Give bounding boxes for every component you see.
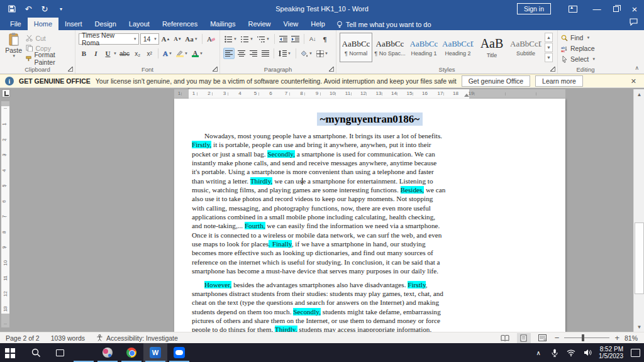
multilevel-list-button[interactable]: ▼ — [256, 33, 271, 45]
align-center-button[interactable] — [236, 48, 247, 59]
zoom-level[interactable]: 81% — [625, 334, 638, 342]
taskbar-word-button[interactable]: W — [143, 343, 167, 362]
style-title[interactable]: AaBTitle — [475, 33, 508, 62]
bold-button[interactable]: B — [79, 48, 89, 59]
tab-references[interactable]: References — [156, 18, 204, 30]
indent-marker-left[interactable] — [186, 89, 192, 99]
styles-up-icon[interactable]: ▲ — [545, 33, 553, 42]
paste-button[interactable]: Paste▼ — [3, 33, 24, 63]
tab-design[interactable]: Design — [89, 18, 123, 30]
tab-insert[interactable]: Insert — [58, 18, 89, 30]
line-spacing-button[interactable]: ▼ — [277, 48, 292, 59]
save-icon[interactable] — [5, 3, 19, 15]
increase-indent-button[interactable] — [290, 33, 301, 45]
shading-button[interactable]: ▼ — [299, 48, 314, 59]
tab-review[interactable]: Review — [242, 18, 277, 30]
text-effects-button[interactable]: A▼ — [162, 48, 174, 59]
zoom-out-icon[interactable]: − — [555, 335, 560, 341]
sort-button[interactable]: A↓ — [308, 33, 318, 45]
clear-formatting-button[interactable]: A — [206, 33, 216, 45]
justify-button[interactable] — [260, 48, 270, 59]
taskbar-ultraviewer-button[interactable] — [96, 343, 119, 362]
style-subtitle[interactable]: AaBbCcDSubtitle — [509, 33, 542, 62]
document-page[interactable]: ~mynguyentran0186~ Nowadays, most young … — [174, 99, 565, 332]
zoom-slider[interactable] — [564, 337, 609, 338]
minimize-button[interactable]: — — [587, 0, 606, 18]
action-center-icon[interactable] — [631, 349, 640, 357]
tab-file[interactable]: File — [4, 18, 28, 30]
vertical-scrollbar[interactable]: ▲ ▼ — [633, 89, 644, 332]
wifi-icon[interactable] — [566, 349, 576, 356]
undo-icon[interactable]: ↶ — [21, 3, 35, 15]
taskbar-file-explorer-button[interactable] — [72, 343, 96, 362]
replace-button[interactable]: abac Replace — [561, 43, 610, 53]
close-button[interactable]: × — [625, 0, 644, 18]
word-count[interactable]: 1039 words — [45, 334, 91, 342]
select-button[interactable]: Select▼ — [561, 54, 610, 64]
zoom-slider-thumb[interactable] — [582, 334, 584, 341]
restore-button[interactable] — [606, 0, 625, 18]
comments-icon[interactable] — [630, 17, 638, 30]
taskbar-chrome-button[interactable] — [119, 343, 143, 362]
tab-help[interactable]: Help — [304, 18, 331, 30]
horizontal-ruler[interactable]: 1 12345678910111213141516171819 — [174, 89, 565, 99]
accessibility-status[interactable]: Accessibility: Investigate — [91, 334, 184, 342]
show-formatting-button[interactable]: ¶ — [319, 33, 330, 45]
clipboard-dialog-launcher[interactable] — [68, 67, 73, 72]
font-color-button[interactable]: A▼ — [191, 48, 204, 59]
sign-in-button[interactable]: Sign in — [517, 3, 551, 14]
taskbar-zalo-button[interactable] — [167, 343, 191, 362]
strikethrough-button[interactable]: abc — [118, 48, 131, 59]
page-indicator[interactable]: Page 2 of 2 — [0, 334, 45, 342]
style--no-spac-[interactable]: AaBbCc¶ No Spac... — [374, 33, 406, 62]
style-heading-1[interactable]: AaBbCcHeading 1 — [408, 33, 440, 62]
font-size-select[interactable]: 14▼ — [140, 33, 159, 45]
find-button[interactable]: Find▼ — [561, 33, 610, 43]
taskbar-search-button[interactable] — [24, 343, 48, 362]
styles-more-icon[interactable]: ▼ — [545, 53, 553, 62]
task-view-button[interactable] — [48, 343, 72, 362]
styles-dialog-launcher[interactable] — [550, 67, 555, 72]
cut-button[interactable]: Cut — [24, 33, 72, 43]
read-mode-button[interactable] — [498, 333, 512, 343]
styles-down-icon[interactable]: ▼ — [545, 43, 553, 52]
tab-mailings[interactable]: Mailings — [204, 18, 242, 30]
customize-qat-icon[interactable]: ▾ — [54, 3, 68, 15]
format-painter-button[interactable]: Format Painter — [24, 53, 72, 63]
font-dialog-launcher[interactable] — [213, 67, 218, 72]
scroll-up-icon[interactable]: ▲ — [634, 89, 644, 99]
subscript-button[interactable]: x₂ — [132, 48, 143, 59]
style--normal[interactable]: AaBbCc¶ Normal — [340, 33, 372, 62]
numbering-button[interactable]: ▼ — [240, 33, 255, 45]
italic-button[interactable]: I — [91, 48, 101, 59]
ribbon-display-options-icon[interactable] — [569, 6, 577, 13]
web-layout-button[interactable] — [536, 333, 550, 343]
font-name-select[interactable]: Times New Roma▼ — [79, 33, 139, 45]
document-body[interactable]: Nowadays, most young people have a smart… — [192, 131, 446, 332]
start-button[interactable] — [0, 343, 24, 362]
vertical-ruler[interactable]: 12345678910111213 — [1, 101, 9, 327]
get-genuine-office-button[interactable]: Get genuine Office — [462, 75, 530, 87]
collapse-ribbon-icon[interactable]: ∧ — [635, 65, 639, 71]
zoom-in-icon[interactable]: + — [614, 335, 619, 341]
bullets-button[interactable]: ▼ — [223, 33, 238, 45]
borders-button[interactable]: ▼ — [315, 48, 330, 59]
underline-button[interactable]: U — [103, 48, 113, 59]
scrollbar-thumb[interactable] — [635, 222, 644, 294]
scroll-down-icon[interactable]: ▼ — [634, 322, 644, 332]
message-bar-close-icon[interactable]: ✕ — [631, 77, 636, 85]
decrease-indent-button[interactable] — [278, 33, 289, 45]
tell-me-box[interactable]: Tell me what you want to do — [331, 21, 436, 30]
change-case-button[interactable]: Aa▼ — [184, 33, 199, 45]
text-highlight-button[interactable]: ▼ — [175, 48, 189, 59]
superscript-button[interactable]: x² — [144, 48, 155, 59]
tab-stop-selector[interactable] — [2, 89, 10, 97]
shrink-font-button[interactable]: A▼ — [172, 33, 183, 45]
style-heading-2[interactable]: AaBbCcDHeading 2 — [441, 33, 474, 62]
tray-chevron-icon[interactable]: ∧ — [533, 349, 543, 356]
align-right-button[interactable] — [248, 48, 258, 59]
paragraph-dialog-launcher[interactable] — [329, 67, 334, 72]
learn-more-button[interactable]: Learn more — [535, 75, 583, 87]
print-layout-button[interactable] — [517, 333, 531, 343]
redo-icon[interactable]: ↻ — [38, 3, 52, 15]
